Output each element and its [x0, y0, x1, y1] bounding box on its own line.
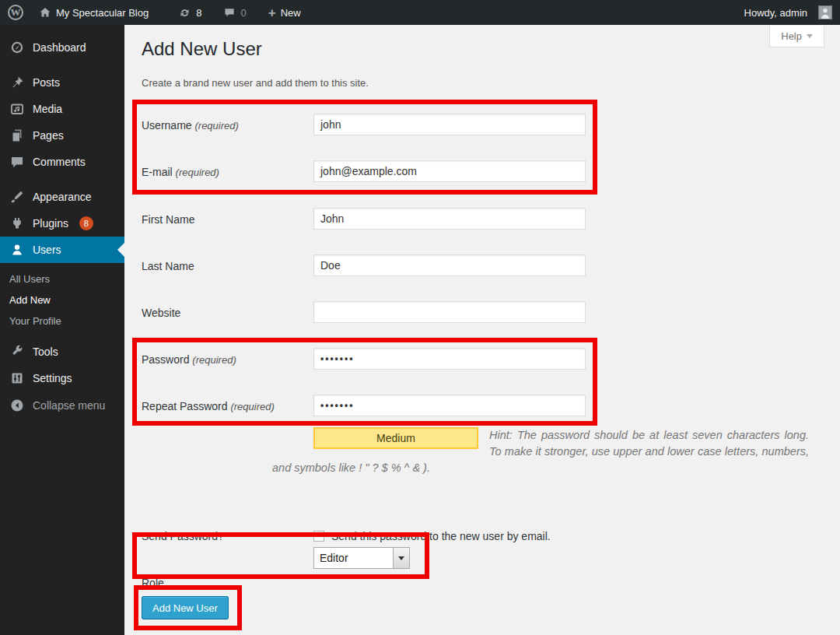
wordpress-logo-icon: W [8, 5, 23, 20]
select-dropdown-button[interactable] [393, 548, 409, 568]
home-icon [39, 6, 51, 19]
new-label: New [281, 7, 301, 19]
page-intro: Create a brand new user and add them to … [142, 77, 369, 89]
comment-bubble-icon [9, 154, 25, 170]
collapse-arrow-icon [9, 398, 25, 413]
updates-count: 8 [196, 7, 201, 19]
help-label: Help [781, 30, 802, 42]
sidebar-item-pages[interactable]: Pages [0, 122, 124, 149]
avatar [818, 5, 832, 19]
label-text: Password [142, 353, 189, 366]
plugins-update-badge: 8 [79, 216, 93, 230]
comment-bubble-icon [223, 6, 236, 19]
sidebar-item-label: Tools [33, 346, 58, 358]
email-input[interactable]: john@example.com [313, 160, 586, 182]
send-password-label: Send Password? [142, 530, 224, 542]
website-input[interactable] [313, 301, 586, 323]
submenu-item-add-new[interactable]: Add New [0, 289, 124, 310]
required-note: (required) [176, 167, 219, 178]
role-select[interactable]: Editor [313, 547, 410, 569]
chevron-down-icon [807, 34, 813, 38]
sidebar-item-label: Pages [33, 129, 64, 142]
main-content: Help Add New User Create a brand new use… [124, 25, 840, 635]
media-icon [9, 101, 25, 117]
email-label: E-mail (required) [142, 166, 219, 178]
submenu-item-label: All Users [9, 273, 50, 285]
website-label: Website [142, 307, 180, 319]
sidebar-item-label: Appearance [33, 191, 92, 203]
role-selected-value: Editor [314, 552, 393, 564]
sidebar-item-posts[interactable]: Posts [0, 69, 124, 96]
submenu-item-label: Your Profile [9, 315, 61, 327]
required-note: (required) [192, 354, 236, 366]
sidebar-item-media[interactable]: Media [0, 96, 124, 122]
site-name-link[interactable]: My Spectacular Blog [31, 0, 156, 25]
repeat-password-input[interactable]: ••••••• [313, 395, 586, 416]
label-text: E-mail [142, 166, 173, 178]
label-text: Username [142, 119, 192, 132]
password-label: Password (required) [142, 353, 236, 366]
sidebar-item-comments[interactable]: Comments [0, 149, 124, 175]
plug-icon [9, 216, 25, 231]
send-password-checkbox-label[interactable]: Send this password to the new user by em… [331, 530, 551, 542]
sidebar-item-settings[interactable]: Settings [0, 365, 124, 391]
sidebar-item-label: Plugins [33, 217, 68, 230]
admin-bar: W My Spectacular Blog 8 0 + Ne [0, 0, 840, 25]
comments-link[interactable]: 0 [215, 0, 254, 25]
username-input[interactable]: john [313, 114, 586, 135]
settings-sliders-icon [9, 370, 25, 386]
user-icon [9, 242, 25, 258]
admin-sidebar: Dashboard Posts Media Pages Comments App… [0, 25, 124, 635]
sidebar-item-label: Posts [33, 76, 60, 89]
first-name-input[interactable]: John [313, 208, 586, 230]
plus-icon: + [268, 6, 276, 19]
sidebar-item-label: Media [33, 103, 62, 115]
menu-separator [0, 175, 124, 184]
new-content-link[interactable]: + New [261, 0, 309, 25]
last-name-input[interactable]: Doe [313, 254, 586, 276]
help-button[interactable]: Help [769, 26, 824, 47]
submenu-item-label: Add New [9, 294, 51, 306]
required-note: (required) [194, 120, 238, 132]
submenu-item-your-profile[interactable]: Your Profile [0, 310, 124, 332]
last-name-label: Last Name [142, 260, 194, 272]
collapse-menu-button[interactable]: Collapse menu [0, 392, 124, 419]
submenu-item-all-users[interactable]: All Users [0, 268, 124, 289]
sidebar-item-label: Settings [33, 372, 72, 384]
send-password-checkbox[interactable] [313, 531, 324, 542]
dashboard-gauge-icon [9, 40, 25, 55]
required-note: (required) [230, 401, 274, 412]
label-text: Repeat Password [142, 400, 228, 412]
role-label: Role [142, 577, 164, 589]
page-title: Add New User [142, 38, 262, 60]
pages-icon [9, 128, 25, 143]
paintbrush-icon [9, 189, 25, 205]
password-strength-meter: Medium [313, 427, 478, 449]
updates-link[interactable]: 8 [170, 0, 209, 25]
chevron-down-icon [398, 556, 404, 560]
comments-count: 0 [240, 7, 246, 19]
sidebar-item-appearance[interactable]: Appearance [0, 184, 124, 210]
sidebar-item-label: Users [33, 244, 61, 256]
account-menu[interactable]: Howdy, admin [737, 0, 832, 25]
sidebar-item-plugins[interactable]: Plugins 8 [0, 210, 124, 237]
repeat-password-label: Repeat Password (required) [142, 400, 275, 412]
howdy-label: Howdy, admin [744, 7, 807, 19]
password-hint: Medium Hint: The password should be at l… [272, 427, 809, 476]
sidebar-item-users[interactable]: Users [0, 237, 124, 263]
password-input[interactable]: ••••••• [313, 348, 586, 370]
sidebar-item-label: Collapse menu [33, 399, 105, 412]
add-new-user-button[interactable]: Add New User [142, 596, 229, 619]
site-name-label: My Spectacular Blog [56, 7, 149, 19]
wrench-icon [9, 344, 25, 360]
sidebar-item-tools[interactable]: Tools [0, 339, 124, 365]
sidebar-item-label: Dashboard [33, 41, 86, 54]
sidebar-item-label: Comments [33, 156, 86, 168]
sidebar-item-dashboard[interactable]: Dashboard [0, 34, 124, 61]
users-submenu: All Users Add New Your Profile [0, 263, 124, 339]
updates-icon [178, 6, 191, 19]
pushpin-icon [9, 75, 25, 90]
first-name-label: First Name [142, 213, 194, 226]
wordpress-logo-menu[interactable]: W [0, 0, 31, 25]
username-label: Username (required) [142, 119, 239, 132]
